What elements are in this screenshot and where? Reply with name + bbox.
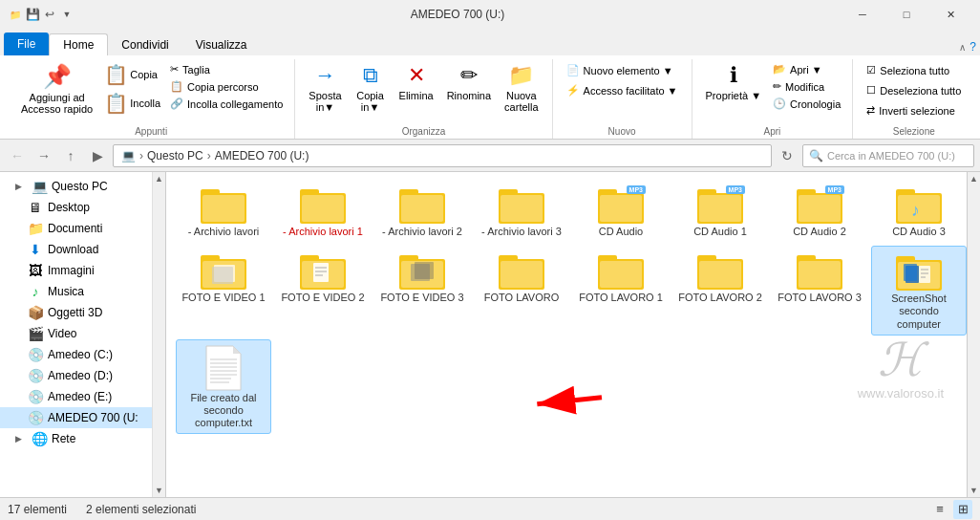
sidebar-item-musica[interactable]: ♪ Musica — [0, 281, 152, 302]
item-count: 17 elementi — [8, 503, 67, 516]
scroll-down-right-btn[interactable]: ▼ — [969, 486, 978, 495]
accesso-facilitato-button[interactable]: ⚡Accesso facilitato ▼ — [561, 81, 684, 99]
tab-home[interactable]: Home — [49, 33, 108, 55]
ribbon-collapse-btn[interactable]: ∧ — [959, 42, 966, 53]
deseleziona-tutto-button[interactable]: ☐Deseleziona tutto — [861, 81, 967, 99]
up-button[interactable]: ↑ — [59, 144, 82, 167]
address-bar[interactable]: 💻 › Questo PC › AMEDEO 700 (U:) — [113, 144, 772, 167]
apri-buttons: ℹ Proprietà ▼ 📂Apri ▼ ✏Modifica 🕒Cronolo… — [700, 61, 845, 124]
sidebar-item-amedo-c[interactable]: 💿 Amedeo (C:) — [0, 344, 152, 365]
sidebar-item-amedeo700[interactable]: 💿 AMEDEO 700 (U: — [0, 407, 152, 428]
file-grid: - Archivio lavori - Archivio lavori 1 — [176, 180, 972, 434]
file-label: FOTO E VIDEO 1 — [181, 292, 265, 304]
file-label: CD Audio — [599, 226, 643, 238]
list-item[interactable]: FOTO E VIDEO 3 — [374, 246, 470, 336]
list-item[interactable]: MP3 CD Audio 1 — [672, 180, 768, 242]
appunti-buttons: 📌 Aggiungi adAccesso rapido 📋 Copia 📋 In… — [15, 61, 287, 124]
inverti-selezione-button[interactable]: ⇄Inverti selezione — [861, 101, 961, 119]
apri-label: Apri — [764, 124, 781, 137]
file-label: FOTO LAVORO 2 — [678, 292, 762, 304]
seleziona-tutto-button[interactable]: ☑Seleziona tutto — [861, 61, 955, 79]
list-item[interactable]: FOTO LAVORO 1 — [573, 246, 669, 336]
incolla-button[interactable]: 📋 Incolla — [100, 90, 164, 117]
folder-icon — [298, 184, 348, 226]
apri-button[interactable]: 📂Apri ▼ — [769, 61, 844, 77]
close-button[interactable]: ✕ — [928, 0, 972, 29]
proprieta-icon: ℹ — [730, 63, 737, 88]
nuova-cartella-icon: 📁 — [508, 63, 534, 88]
sidebar-item-oggetti3d[interactable]: 📦 Oggetti 3D — [0, 302, 152, 323]
folder-icon — [497, 184, 546, 226]
nuovo-buttons: 📄Nuovo elemento ▼ ⚡Accesso facilitato ▼ — [561, 61, 684, 124]
list-item[interactable]: FOTO LAVORO 3 — [772, 246, 867, 336]
proprieta-button[interactable]: ℹ Proprietà ▼ — [700, 61, 768, 103]
details-view-button[interactable]: ≡ — [930, 500, 949, 519]
forward-button[interactable]: → — [32, 144, 55, 167]
list-item[interactable]: MP3 CD Audio 2 — [772, 180, 867, 242]
list-item[interactable]: - Archivio lavori 2 — [374, 180, 470, 242]
rinomina-button[interactable]: ✏ Rinomina — [441, 61, 497, 103]
path-drive[interactable]: AMEDEO 700 (U:) — [215, 149, 309, 162]
sidebar-item-immagini[interactable]: 🖼 Immagini — [0, 260, 152, 281]
right-scrollbar[interactable]: ▲ ▼ — [967, 172, 980, 497]
path-this-pc[interactable]: Questo PC — [147, 149, 203, 162]
copia-percorso-button[interactable]: 📋Copia percorso — [166, 78, 287, 95]
apri-small-group: 📂Apri ▼ ✏Modifica 🕒Cronologia — [769, 61, 844, 112]
tab-visualizza[interactable]: Visualizza — [182, 34, 261, 55]
sidebar-item-amedeo-e[interactable]: 💿 Amedeo (E:) — [0, 386, 152, 407]
sidebar-item-amedeo-d[interactable]: 💿 Amedeo (D:) — [0, 365, 152, 386]
maximize-button[interactable]: □ — [884, 0, 928, 29]
computer-icon: 💻 — [31, 179, 48, 194]
taglia-button[interactable]: ✂Taglia — [166, 61, 287, 77]
nuova-cartella-button[interactable]: 📁 Nuovacartella — [499, 61, 543, 115]
nuovo-elemento-button[interactable]: 📄Nuovo elemento ▼ — [561, 61, 679, 79]
list-item[interactable]: - Archivio lavori 3 — [474, 180, 569, 242]
sidebar-item-questo-pc[interactable]: ▶ 💻 Questo PC — [0, 176, 152, 197]
list-item[interactable]: - Archivio lavori 1 — [275, 180, 371, 242]
copia-in-button[interactable]: ⧉ Copiain▼ — [350, 61, 392, 115]
search-box[interactable]: 🔍 Cerca in AMEDEO 700 (U:) — [802, 144, 974, 167]
list-item[interactable]: FOTO E VIDEO 1 — [176, 246, 271, 336]
dropdown-icon[interactable]: ▼ — [59, 7, 75, 22]
minimize-button[interactable]: ─ — [841, 0, 884, 29]
refresh-button[interactable]: ↻ — [776, 144, 799, 167]
ribbon-group-appunti: 📌 Aggiungi adAccesso rapido 📋 Copia 📋 In… — [8, 59, 295, 139]
list-item[interactable]: MP3 CD Audio — [573, 180, 669, 242]
elimina-button[interactable]: ✕ Elimina — [394, 61, 439, 103]
tab-file[interactable]: File — [4, 32, 49, 55]
large-icons-view-button[interactable]: ⊞ — [953, 500, 972, 519]
scroll-up-right-btn[interactable]: ▲ — [969, 174, 978, 184]
sidebar-label-oggetti3d: Oggetti 3D — [48, 306, 102, 319]
modifica-button[interactable]: ✏Modifica — [769, 78, 844, 95]
list-item[interactable]: - Archivio lavori — [176, 180, 271, 242]
quick-access-icon: 📁 — [8, 7, 23, 22]
list-item[interactable]: FOTO E VIDEO 2 — [275, 246, 371, 336]
sposta-button[interactable]: → Spostain▼ — [303, 61, 347, 115]
help-btn[interactable]: ? — [969, 40, 976, 54]
copia-button[interactable]: 📋 Copia — [100, 61, 164, 88]
svg-rect-29 — [212, 267, 233, 284]
back-button[interactable]: ← — [6, 144, 29, 167]
scroll-down-btn[interactable]: ▼ — [155, 486, 163, 495]
list-item[interactable]: FOTO LAVORO — [474, 246, 569, 336]
window-title: AMEDEO 700 (U:) — [80, 8, 835, 21]
sidebar-item-documenti[interactable]: 📁 Documenti — [0, 218, 152, 239]
list-item[interactable]: FOTO LAVORO 2 — [672, 246, 768, 336]
sposta-icon: → — [314, 63, 335, 88]
list-item[interactable]: File creato dal secondo computer.txt — [176, 339, 271, 435]
drive-e-icon: 💿 — [27, 389, 44, 404]
left-scrollbar[interactable]: ▲ ▼ — [153, 172, 166, 497]
sidebar-item-desktop[interactable]: 🖥 Desktop — [0, 197, 152, 218]
list-item[interactable]: ♪ CD Audio 3 — [871, 180, 967, 242]
incolla-collegamento-button[interactable]: 🔗Incolla collegamento — [166, 96, 287, 112]
sidebar-item-video[interactable]: 🎬 Video — [0, 323, 152, 344]
tab-condividi[interactable]: Condividi — [108, 34, 181, 55]
list-item[interactable]: ScreenShot secondo computer — [871, 246, 967, 336]
content-area: ▲ ▼ - Archivio lavori — [153, 172, 980, 497]
sidebar-item-download[interactable]: ⬇ Download — [0, 239, 152, 260]
accesso-rapido-button[interactable]: 📌 Aggiungi adAccesso rapido — [15, 61, 98, 117]
scroll-up-btn[interactable]: ▲ — [155, 174, 163, 184]
sidebar-item-rete[interactable]: ▶ 🌐 Rete — [0, 428, 152, 449]
cronologia-button[interactable]: 🕒Cronologia — [769, 96, 844, 112]
file-label: CD Audio 2 — [793, 226, 846, 238]
